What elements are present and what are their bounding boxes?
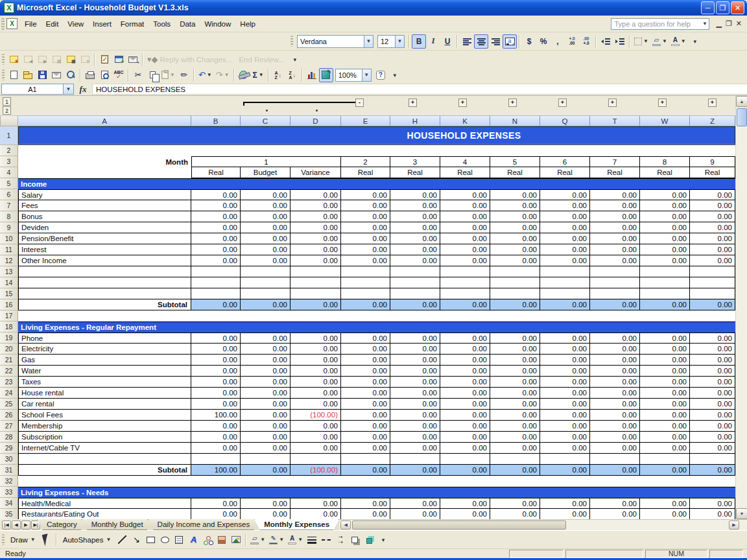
value-cell[interactable]: 0.00: [290, 211, 341, 222]
value-cell[interactable]: 0.00: [290, 388, 341, 399]
value-cell[interactable]: 0.00: [490, 211, 540, 222]
value-cell[interactable]: 0.00: [241, 366, 290, 377]
copy-button[interactable]: [145, 68, 160, 82]
insert-hyperlink-button[interactable]: [237, 68, 251, 82]
value-cell[interactable]: 0.00: [640, 200, 690, 211]
value-cell[interactable]: 0.00: [390, 388, 440, 399]
value-cell[interactable]: 0.00: [191, 332, 241, 344]
help-question-box[interactable]: Type a question for help ▼: [611, 18, 709, 30]
menu-view[interactable]: View: [63, 18, 88, 30]
value-cell[interactable]: 0.00: [390, 189, 440, 200]
print-preview-button[interactable]: [97, 68, 112, 82]
value-cell[interactable]: 0.00: [490, 421, 540, 432]
value-cell[interactable]: 0.00: [640, 222, 690, 233]
value-cell[interactable]: 0.00: [191, 255, 241, 266]
row-header-7[interactable]: 7: [0, 200, 18, 211]
category-label-cell[interactable]: Membership: [18, 421, 191, 432]
chevron-down-icon[interactable]: ▼: [681, 38, 686, 44]
value-cell[interactable]: 0.00: [241, 211, 290, 222]
title-bar[interactable]: X Microsoft Excel - Household Budget V1.…: [0, 0, 747, 16]
value-cell[interactable]: [590, 266, 640, 277]
delete-comment-button[interactable]: [78, 52, 92, 67]
expand-group-button-H[interactable]: +: [409, 99, 417, 107]
value-cell[interactable]: [191, 266, 241, 277]
next-sheet-button[interactable]: ▶: [21, 520, 30, 530]
expand-group-button-N[interactable]: +: [508, 99, 517, 107]
category-label-cell[interactable]: Taxes: [18, 377, 191, 388]
value-cell[interactable]: 0.00: [590, 255, 640, 266]
value-cell[interactable]: 0.00: [390, 366, 440, 377]
value-cell[interactable]: 0.00: [640, 366, 690, 377]
value-cell[interactable]: 0.00: [640, 344, 690, 355]
select-objects-button[interactable]: [40, 533, 54, 547]
value-cell[interactable]: 0.00: [191, 355, 241, 366]
value-cell[interactable]: 0.00: [341, 366, 390, 377]
shadow-style-button[interactable]: [348, 533, 362, 547]
value-cell[interactable]: 0.00: [440, 332, 490, 344]
chevron-down-icon[interactable]: ▼: [298, 537, 303, 542]
value-cell[interactable]: 0.00: [390, 443, 440, 454]
scroll-left-button[interactable]: ◀: [340, 520, 351, 530]
chevron-down-icon[interactable]: ▼: [662, 38, 667, 44]
chevron-down-icon[interactable]: ▼: [279, 537, 284, 542]
row-header-20[interactable]: 20: [0, 344, 18, 355]
value-cell[interactable]: 0.00: [490, 222, 540, 233]
value-cell[interactable]: 0.00: [440, 355, 490, 366]
formula-input[interactable]: HOUSEHOLD EXPENSES: [92, 84, 747, 95]
category-label-cell[interactable]: [18, 288, 191, 299]
value-cell[interactable]: [341, 266, 390, 277]
value-cell[interactable]: 0.00: [341, 211, 390, 222]
value-cell[interactable]: 0.00: [341, 355, 390, 366]
category-label-cell[interactable]: Car rental: [18, 399, 191, 410]
dash-style-button[interactable]: [319, 533, 333, 547]
bold-button[interactable]: B: [412, 34, 426, 49]
value-cell[interactable]: 0.00: [490, 332, 540, 344]
value-cell[interactable]: 0.00: [590, 189, 640, 200]
save-button[interactable]: [35, 68, 49, 82]
value-cell[interactable]: [390, 288, 440, 299]
column-subheader-cell[interactable]: Variance: [290, 167, 341, 178]
value-cell[interactable]: 0.00: [540, 421, 590, 432]
value-cell[interactable]: 0.00: [191, 399, 241, 410]
value-cell[interactable]: 0.00: [241, 421, 290, 432]
line-style-button[interactable]: [305, 533, 319, 547]
row-header-5[interactable]: 5: [0, 178, 18, 189]
month-number-cell[interactable]: 4: [440, 156, 490, 167]
category-label-cell[interactable]: Salary: [18, 189, 191, 200]
category-label-cell[interactable]: Pension/Benefit: [18, 233, 191, 244]
value-cell[interactable]: 0.00: [390, 200, 440, 211]
value-cell[interactable]: 0.00: [590, 443, 640, 454]
sort-ascending-button[interactable]: AZ↓: [271, 68, 285, 82]
month-number-cell[interactable]: 2: [341, 156, 390, 167]
value-cell[interactable]: 0.00: [490, 344, 540, 355]
category-label-cell[interactable]: Internet/Cable TV: [18, 443, 191, 454]
expand-group-button-T[interactable]: +: [608, 99, 617, 107]
value-cell[interactable]: 0.00: [590, 344, 640, 355]
show-comment-button[interactable]: [49, 52, 64, 67]
value-cell[interactable]: 0.00: [690, 443, 735, 454]
update-file-button[interactable]: [97, 52, 112, 67]
row-header-8[interactable]: 8: [0, 211, 18, 222]
value-cell[interactable]: 0.00: [490, 432, 540, 443]
arrow-style-button[interactable]: ➝⇢: [333, 533, 348, 547]
chevron-down-icon[interactable]: ▼: [643, 38, 648, 44]
value-cell[interactable]: [241, 454, 290, 465]
value-cell[interactable]: 0.00: [390, 244, 440, 255]
value-cell[interactable]: 0.00: [690, 399, 735, 410]
new-button[interactable]: [6, 68, 21, 82]
insert-function-icon[interactable]: fx: [74, 83, 92, 95]
value-cell[interactable]: [640, 266, 690, 277]
value-cell[interactable]: 0.00: [640, 432, 690, 443]
value-cell[interactable]: 0.00: [690, 509, 735, 519]
previous-sheet-button[interactable]: ◀: [12, 520, 21, 530]
value-cell[interactable]: [440, 454, 490, 465]
column-header-E[interactable]: E: [341, 115, 390, 126]
print-button[interactable]: [83, 68, 97, 82]
column-subheader-cell[interactable]: Real: [341, 167, 390, 178]
value-cell[interactable]: 0.00: [191, 244, 241, 255]
value-cell[interactable]: 0.00: [241, 432, 290, 443]
value-cell[interactable]: 0.00: [440, 189, 490, 200]
value-cell[interactable]: 0.00: [690, 233, 735, 244]
value-cell[interactable]: 0.00: [490, 255, 540, 266]
category-label-cell[interactable]: Fees: [18, 200, 191, 211]
